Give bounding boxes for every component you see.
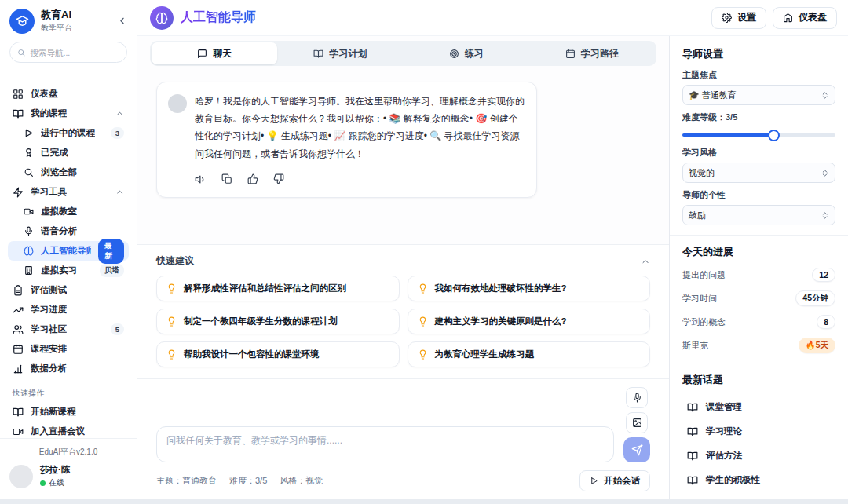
streak-badge: 🔥5天 — [799, 338, 835, 353]
users-icon — [13, 324, 24, 335]
message-input[interactable] — [156, 426, 614, 462]
brain-icon — [24, 246, 34, 256]
dashboard-button[interactable]: 仪表盘 — [773, 7, 837, 29]
microphone-icon — [24, 226, 34, 236]
stat-study-time: 学习时间45分钟 — [682, 290, 835, 306]
thumbs-up-button[interactable] — [247, 173, 258, 185]
trending-up-icon — [13, 305, 24, 316]
sidebar-item-dashboard[interactable]: 仪表盘 — [8, 84, 129, 104]
thumbs-down-button[interactable] — [273, 173, 284, 185]
sidebar-nav: 仪表盘 我的课程 进行中的课程 3 已完成 浏览全部 学 — [0, 78, 137, 438]
stat-value: 45分钟 — [795, 290, 835, 306]
settings-button[interactable]: 设置 — [711, 7, 766, 29]
topic-item-assessment-methods[interactable]: 评估方法 — [682, 444, 835, 468]
difficulty-slider[interactable] — [682, 130, 835, 141]
sidebar-item-assessments[interactable]: 评估测试 — [8, 280, 129, 300]
search-input[interactable] — [30, 48, 119, 57]
send-button[interactable] — [623, 437, 650, 462]
chevrons-up-down-icon — [821, 91, 829, 100]
page-title: 人工智能导师 — [181, 9, 256, 26]
brand-subtitle: 教学平台 — [41, 23, 72, 34]
book-open-icon — [687, 475, 698, 486]
suggestion-chip[interactable]: 制定一个教四年级学生分数的课程计划 — [156, 309, 400, 334]
suggestion-chip[interactable]: 我如何有效地处理破坏性的学生? — [408, 276, 651, 301]
sidebar-collapse-button[interactable] — [117, 16, 127, 26]
sidebar-item-course-schedule[interactable]: 课程安排 — [8, 339, 129, 359]
calendar-icon — [13, 344, 24, 355]
read-aloud-button[interactable] — [195, 173, 207, 185]
count-badge: 3 — [111, 127, 124, 139]
sidebar-item-learning-progress[interactable]: 学习进度 — [8, 300, 129, 320]
sidebar-item-learning-community[interactable]: 学习社区 5 — [8, 320, 129, 339]
start-session-button[interactable]: 开始会话 — [579, 470, 650, 491]
sidebar-item-my-courses[interactable]: 我的课程 — [8, 104, 129, 123]
quick-actions-label: 快速操作 — [13, 388, 124, 399]
target-icon — [449, 49, 459, 59]
book-open-icon — [687, 426, 698, 437]
topic-item-learning-theory[interactable]: 学习理论 — [682, 419, 835, 444]
recent-topics-title: 最新话题 — [682, 373, 835, 387]
sidebar-item-learning-tools[interactable]: 学习工具 — [8, 182, 129, 202]
gear-icon — [722, 13, 732, 23]
user-name: 莎拉·陈 — [40, 464, 70, 476]
composer-section: 主题：普通教育 难度：3/5 风格：视觉 开始会话 — [137, 378, 669, 499]
book-open-icon — [13, 407, 24, 418]
sidebar-item-ai-tutor[interactable]: 人工智能导师 最新 — [8, 241, 129, 261]
app-version: EduAI平台v2.1.0 — [9, 445, 127, 464]
sidebar-item-in-progress-courses[interactable]: 进行中的课程 3 — [8, 123, 129, 143]
chat-bubble-icon — [197, 49, 207, 59]
search-icon — [17, 48, 25, 57]
thumbs-down-icon — [273, 173, 284, 184]
clipboard-icon — [13, 285, 24, 296]
session-settings-summary: 主题：普通教育 难度：3/5 风格：视觉 — [156, 475, 323, 487]
lightbulb-icon — [166, 283, 177, 294]
stat-value: 8 — [817, 315, 835, 329]
sidebar-item-join-live-meeting[interactable]: 加入直播会议 — [8, 422, 129, 438]
copy-button[interactable] — [221, 173, 232, 185]
learning-style-select[interactable]: 视觉的 — [682, 163, 835, 183]
collapse-suggestions-button[interactable] — [641, 257, 650, 266]
chevron-up-icon — [115, 109, 124, 118]
image-icon — [632, 418, 642, 428]
topic-item-student-motivation[interactable]: 学生的积极性 — [682, 468, 835, 492]
tab-learning-path[interactable]: 学习路径 — [529, 42, 655, 64]
suggestion-chip[interactable]: 建构主义学习的关键原则是什么? — [408, 309, 651, 334]
slider-thumb[interactable] — [768, 130, 780, 141]
suggestion-chip[interactable]: 解释形成性评估和总结性评估之间的区别 — [156, 276, 400, 301]
topic-item-classroom-management[interactable]: 课堂管理 — [682, 395, 835, 419]
tutor-personality-select[interactable]: 鼓励 — [682, 205, 835, 225]
topic-focus-select[interactable]: 🎓 普通教育 — [682, 85, 835, 105]
tab-chat[interactable]: 聊天 — [152, 42, 277, 64]
award-icon — [24, 148, 34, 158]
avatar — [9, 465, 33, 488]
tab-practice[interactable]: 练习 — [404, 42, 529, 64]
voice-input-button[interactable] — [626, 387, 648, 408]
chevrons-up-down-icon — [821, 211, 829, 220]
sidebar-item-completed[interactable]: 已完成 — [8, 143, 129, 163]
sidebar-item-virtual-classroom[interactable]: 虚拟教室 — [8, 202, 129, 221]
copy-icon — [221, 173, 232, 184]
sidebar-item-start-new-course[interactable]: 开始新课程 — [8, 402, 129, 422]
user-profile[interactable]: 莎拉·陈 在线 — [9, 464, 127, 488]
suggestion-chip[interactable]: 帮助我设计一个包容性的课堂环境 — [156, 341, 400, 367]
online-dot — [40, 480, 46, 486]
video-icon — [24, 206, 34, 217]
suggestion-chip[interactable]: 为教育心理学生成练习题 — [408, 341, 651, 367]
home-icon — [783, 13, 793, 23]
tab-study-plan[interactable]: 学习计划 — [277, 42, 403, 64]
chat-message-list: 哈罗！我是你的人工智能学习导师。我在这里帮助你学习、理解概念并实现你的教育目标。… — [137, 69, 669, 244]
sidebar-search[interactable] — [9, 42, 127, 63]
quick-suggestions-section: 快速建议 解释形成性评估和总结性评估之间的区别 我如何有效地处理破坏性的学生? — [137, 244, 669, 378]
stat-value: 12 — [812, 268, 835, 282]
attach-image-button[interactable] — [626, 412, 648, 433]
tutor-personality-label: 导师的个性 — [682, 189, 835, 201]
app-window: 教育AI 教学平台 仪表盘 我的课程 — [0, 0, 848, 499]
speaker-icon — [195, 173, 207, 185]
sidebar-item-browse-all[interactable]: 浏览全部 — [8, 163, 129, 182]
assistant-avatar — [168, 94, 187, 113]
building-icon — [24, 265, 34, 276]
sidebar-item-virtual-internship[interactable]: 虚拟实习 贝塔 — [8, 261, 129, 280]
lightbulb-icon — [418, 349, 428, 360]
sidebar-item-data-analysis[interactable]: 数据分析 — [8, 359, 129, 378]
book-open-icon — [687, 402, 698, 413]
